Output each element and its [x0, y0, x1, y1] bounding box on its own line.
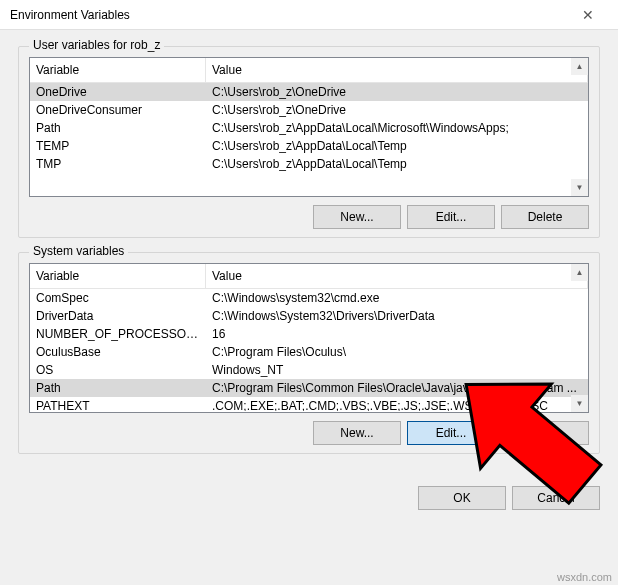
ok-button[interactable]: OK: [418, 486, 506, 510]
table-row[interactable]: OculusBaseC:\Program Files\Oculus\: [30, 343, 588, 361]
system-table-body: ComSpecC:\Windows\system32\cmd.exeDriver…: [30, 289, 588, 411]
close-icon: ✕: [582, 7, 594, 23]
cell-variable: Path: [30, 119, 206, 137]
system-col-variable[interactable]: Variable: [30, 264, 206, 288]
cell-variable: Path: [30, 379, 206, 397]
system-edit-button[interactable]: Edit...: [407, 421, 495, 445]
scroll-up-icon[interactable]: ▲: [571, 58, 588, 75]
cell-value: C:\Users\rob_z\OneDrive: [206, 101, 588, 119]
cell-value: C:\Windows\System32\Drivers\DriverData: [206, 307, 588, 325]
table-row[interactable]: OSWindows_NT: [30, 361, 588, 379]
scroll-down-icon[interactable]: ▼: [571, 179, 588, 196]
cell-value: 16: [206, 325, 588, 343]
cell-value: C:\Users\rob_z\AppData\Local\Microsoft\W…: [206, 119, 588, 137]
table-row[interactable]: TEMPC:\Users\rob_z\AppData\Local\Temp: [30, 137, 588, 155]
system-button-row: New... Edit... Delete: [29, 421, 589, 445]
table-row[interactable]: PathC:\Program Files\Common Files\Oracle…: [30, 379, 588, 397]
system-col-value[interactable]: Value: [206, 264, 588, 288]
system-delete-button[interactable]: Delete: [501, 421, 589, 445]
cell-variable: PATHEXT: [30, 397, 206, 411]
cell-variable: OS: [30, 361, 206, 379]
cell-value: C:\Windows\system32\cmd.exe: [206, 289, 588, 307]
watermark-text: wsxdn.com: [557, 571, 612, 583]
close-button[interactable]: ✕: [568, 0, 608, 30]
system-variables-group: System variables Variable Value ▲ ComSpe…: [18, 252, 600, 454]
cancel-button[interactable]: Cancel: [512, 486, 600, 510]
table-row[interactable]: TMPC:\Users\rob_z\AppData\Local\Temp: [30, 155, 588, 173]
cell-variable: TEMP: [30, 137, 206, 155]
cell-variable: ComSpec: [30, 289, 206, 307]
user-table-header: Variable Value ▲: [30, 58, 588, 83]
user-table-body: OneDriveC:\Users\rob_z\OneDriveOneDriveC…: [30, 83, 588, 195]
cell-value: C:\Users\rob_z\AppData\Local\Temp: [206, 137, 588, 155]
table-row[interactable]: NUMBER_OF_PROCESSORS16: [30, 325, 588, 343]
cell-value: .COM;.EXE;.BAT;.CMD;.VBS;.VBE;.JS;.JSE;.…: [206, 397, 588, 411]
cell-value: Windows_NT: [206, 361, 588, 379]
user-col-variable[interactable]: Variable: [30, 58, 206, 82]
system-variables-table[interactable]: Variable Value ▲ ComSpecC:\Windows\syste…: [29, 263, 589, 413]
window-title: Environment Variables: [10, 8, 568, 22]
cell-variable: TMP: [30, 155, 206, 173]
scroll-up-icon[interactable]: ▲: [571, 264, 588, 281]
user-group-label: User variables for rob_z: [29, 38, 164, 52]
cell-variable: OneDriveConsumer: [30, 101, 206, 119]
table-row[interactable]: DriverDataC:\Windows\System32\Drivers\Dr…: [30, 307, 588, 325]
user-edit-button[interactable]: Edit...: [407, 205, 495, 229]
system-group-label: System variables: [29, 244, 128, 258]
cell-variable: DriverData: [30, 307, 206, 325]
cell-variable: NUMBER_OF_PROCESSORS: [30, 325, 206, 343]
user-delete-button[interactable]: Delete: [501, 205, 589, 229]
cell-value: C:\Program Files\Oculus\: [206, 343, 588, 361]
user-variables-group: User variables for rob_z Variable Value …: [18, 46, 600, 238]
user-button-row: New... Edit... Delete: [29, 205, 589, 229]
user-col-value[interactable]: Value: [206, 58, 588, 82]
table-row[interactable]: PathC:\Users\rob_z\AppData\Local\Microso…: [30, 119, 588, 137]
table-row[interactable]: PATHEXT.COM;.EXE;.BAT;.CMD;.VBS;.VBE;.JS…: [30, 397, 588, 411]
system-new-button[interactable]: New...: [313, 421, 401, 445]
title-bar: Environment Variables ✕: [0, 0, 618, 30]
table-row[interactable]: OneDriveC:\Users\rob_z\OneDrive: [30, 83, 588, 101]
cell-value: C:\Program Files\Common Files\Oracle\Jav…: [206, 379, 588, 397]
scroll-down-icon[interactable]: ▼: [571, 395, 588, 412]
cell-variable: OculusBase: [30, 343, 206, 361]
dialog-content: User variables for rob_z Variable Value …: [0, 30, 618, 480]
cell-value: C:\Users\rob_z\OneDrive: [206, 83, 588, 101]
user-new-button[interactable]: New...: [313, 205, 401, 229]
table-row[interactable]: OneDriveConsumerC:\Users\rob_z\OneDrive: [30, 101, 588, 119]
cell-value: C:\Users\rob_z\AppData\Local\Temp: [206, 155, 588, 173]
cell-variable: OneDrive: [30, 83, 206, 101]
dialog-button-row: OK Cancel: [0, 480, 618, 522]
system-table-header: Variable Value ▲: [30, 264, 588, 289]
user-variables-table[interactable]: Variable Value ▲ OneDriveC:\Users\rob_z\…: [29, 57, 589, 197]
table-row[interactable]: ComSpecC:\Windows\system32\cmd.exe: [30, 289, 588, 307]
